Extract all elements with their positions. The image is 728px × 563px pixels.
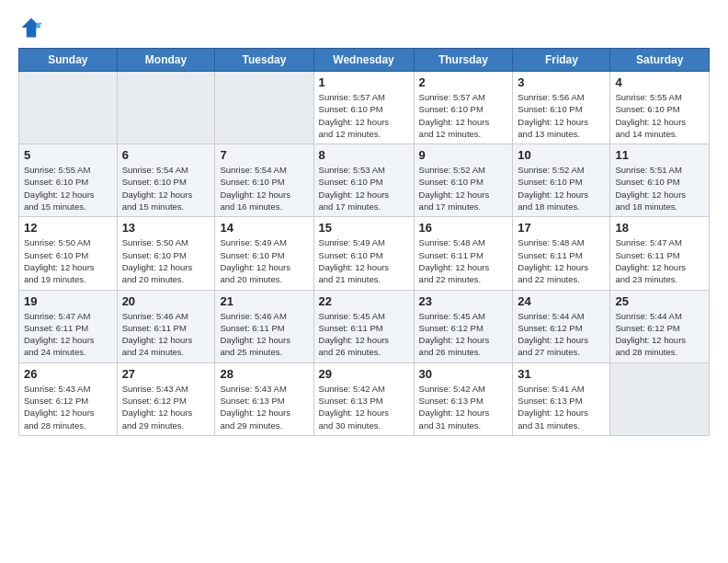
calendar-cell: 26Sunrise: 5:43 AM Sunset: 6:12 PM Dayli… — [19, 362, 118, 435]
calendar-row-5: 26Sunrise: 5:43 AM Sunset: 6:12 PM Dayli… — [19, 362, 710, 435]
weekday-header-saturday: Saturday — [610, 49, 710, 72]
weekday-header-row: SundayMondayTuesdayWednesdayThursdayFrid… — [19, 49, 710, 72]
day-number: 19 — [24, 294, 112, 308]
calendar-cell: 9Sunrise: 5:52 AM Sunset: 6:10 PM Daylig… — [414, 144, 513, 217]
day-info: Sunrise: 5:57 AM Sunset: 6:10 PM Dayligh… — [319, 91, 409, 140]
day-number: 14 — [220, 221, 308, 235]
day-number: 31 — [518, 367, 605, 381]
day-number: 17 — [518, 221, 605, 235]
page: SundayMondayTuesdayWednesdayThursdayFrid… — [0, 0, 728, 563]
day-info: Sunrise: 5:47 AM Sunset: 6:11 PM Dayligh… — [24, 310, 112, 359]
day-info: Sunrise: 5:46 AM Sunset: 6:11 PM Dayligh… — [122, 310, 210, 359]
calendar-cell: 23Sunrise: 5:45 AM Sunset: 6:12 PM Dayli… — [414, 290, 513, 362]
day-info: Sunrise: 5:43 AM Sunset: 6:12 PM Dayligh… — [122, 383, 210, 431]
day-number: 21 — [220, 294, 308, 308]
calendar-cell: 4Sunrise: 5:55 AM Sunset: 6:10 PM Daylig… — [610, 72, 710, 144]
day-number: 18 — [615, 221, 704, 235]
day-info: Sunrise: 5:55 AM Sunset: 6:10 PM Dayligh… — [24, 164, 112, 213]
day-info: Sunrise: 5:54 AM Sunset: 6:10 PM Dayligh… — [122, 164, 210, 213]
day-info: Sunrise: 5:57 AM Sunset: 6:10 PM Dayligh… — [419, 91, 508, 140]
weekday-header-wednesday: Wednesday — [313, 49, 414, 72]
day-info: Sunrise: 5:46 AM Sunset: 6:11 PM Dayligh… — [220, 310, 308, 359]
day-number: 28 — [220, 367, 308, 381]
calendar-cell — [215, 72, 313, 144]
day-number: 22 — [319, 294, 409, 308]
calendar-cell: 29Sunrise: 5:42 AM Sunset: 6:13 PM Dayli… — [313, 362, 414, 435]
calendar-cell: 20Sunrise: 5:46 AM Sunset: 6:11 PM Dayli… — [117, 290, 215, 362]
day-number: 12 — [24, 221, 112, 235]
calendar-cell: 6Sunrise: 5:54 AM Sunset: 6:10 PM Daylig… — [117, 144, 215, 217]
calendar-cell: 16Sunrise: 5:48 AM Sunset: 6:11 PM Dayli… — [414, 217, 513, 290]
day-number: 1 — [319, 75, 409, 89]
day-info: Sunrise: 5:48 AM Sunset: 6:11 PM Dayligh… — [419, 236, 508, 285]
calendar-cell: 1Sunrise: 5:57 AM Sunset: 6:10 PM Daylig… — [313, 72, 414, 144]
day-number: 24 — [518, 294, 605, 308]
calendar-row-4: 19Sunrise: 5:47 AM Sunset: 6:11 PM Dayli… — [19, 290, 710, 362]
day-number: 11 — [615, 148, 704, 162]
calendar-row-3: 12Sunrise: 5:50 AM Sunset: 6:10 PM Dayli… — [19, 217, 710, 290]
weekday-header-sunday: Sunday — [19, 49, 118, 72]
calendar-cell: 5Sunrise: 5:55 AM Sunset: 6:10 PM Daylig… — [19, 144, 118, 217]
day-number: 13 — [122, 221, 210, 235]
calendar-cell: 11Sunrise: 5:51 AM Sunset: 6:10 PM Dayli… — [610, 144, 710, 217]
day-number: 5 — [24, 148, 112, 162]
weekday-header-friday: Friday — [513, 49, 610, 72]
day-number: 26 — [24, 367, 112, 381]
day-info: Sunrise: 5:44 AM Sunset: 6:12 PM Dayligh… — [615, 310, 704, 359]
calendar-cell: 12Sunrise: 5:50 AM Sunset: 6:10 PM Dayli… — [19, 217, 118, 290]
calendar-cell — [117, 72, 215, 144]
day-number: 25 — [615, 294, 704, 308]
day-number: 10 — [518, 148, 605, 162]
day-number: 8 — [319, 148, 409, 162]
weekday-header-monday: Monday — [117, 49, 215, 72]
day-number: 20 — [122, 294, 210, 308]
calendar-cell: 22Sunrise: 5:45 AM Sunset: 6:11 PM Dayli… — [313, 290, 414, 362]
calendar-cell: 10Sunrise: 5:52 AM Sunset: 6:10 PM Dayli… — [513, 144, 610, 217]
calendar-cell: 17Sunrise: 5:48 AM Sunset: 6:11 PM Dayli… — [513, 217, 610, 290]
day-info: Sunrise: 5:53 AM Sunset: 6:10 PM Dayligh… — [319, 164, 409, 213]
calendar-cell: 14Sunrise: 5:49 AM Sunset: 6:10 PM Dayli… — [215, 217, 313, 290]
calendar-cell: 21Sunrise: 5:46 AM Sunset: 6:11 PM Dayli… — [215, 290, 313, 362]
calendar-cell: 7Sunrise: 5:54 AM Sunset: 6:10 PM Daylig… — [215, 144, 313, 217]
day-info: Sunrise: 5:49 AM Sunset: 6:10 PM Dayligh… — [319, 236, 409, 285]
calendar-cell: 2Sunrise: 5:57 AM Sunset: 6:10 PM Daylig… — [414, 72, 513, 144]
day-info: Sunrise: 5:48 AM Sunset: 6:11 PM Dayligh… — [518, 236, 605, 285]
day-info: Sunrise: 5:50 AM Sunset: 6:10 PM Dayligh… — [24, 236, 112, 285]
calendar-cell: 8Sunrise: 5:53 AM Sunset: 6:10 PM Daylig… — [313, 144, 414, 217]
day-info: Sunrise: 5:43 AM Sunset: 6:12 PM Dayligh… — [24, 383, 112, 431]
logo — [18, 15, 48, 40]
calendar-cell — [19, 72, 118, 144]
day-info: Sunrise: 5:55 AM Sunset: 6:10 PM Dayligh… — [615, 91, 704, 140]
calendar-cell: 30Sunrise: 5:42 AM Sunset: 6:13 PM Dayli… — [414, 362, 513, 435]
day-info: Sunrise: 5:44 AM Sunset: 6:12 PM Dayligh… — [518, 310, 605, 359]
day-number: 29 — [319, 367, 409, 381]
day-info: Sunrise: 5:56 AM Sunset: 6:10 PM Dayligh… — [518, 91, 605, 140]
day-number: 9 — [419, 148, 508, 162]
header — [18, 15, 710, 40]
calendar-row-2: 5Sunrise: 5:55 AM Sunset: 6:10 PM Daylig… — [19, 144, 710, 217]
weekday-header-tuesday: Tuesday — [215, 49, 313, 72]
calendar-cell: 24Sunrise: 5:44 AM Sunset: 6:12 PM Dayli… — [513, 290, 610, 362]
day-info: Sunrise: 5:43 AM Sunset: 6:13 PM Dayligh… — [220, 383, 308, 431]
calendar-cell: 15Sunrise: 5:49 AM Sunset: 6:10 PM Dayli… — [313, 217, 414, 290]
day-info: Sunrise: 5:41 AM Sunset: 6:13 PM Dayligh… — [518, 383, 605, 431]
calendar-cell: 13Sunrise: 5:50 AM Sunset: 6:10 PM Dayli… — [117, 217, 215, 290]
day-info: Sunrise: 5:50 AM Sunset: 6:10 PM Dayligh… — [122, 236, 210, 285]
day-info: Sunrise: 5:52 AM Sunset: 6:10 PM Dayligh… — [518, 164, 605, 213]
day-number: 16 — [419, 221, 508, 235]
weekday-header-thursday: Thursday — [414, 49, 513, 72]
logo-icon — [18, 15, 44, 40]
day-number: 6 — [122, 148, 210, 162]
day-number: 30 — [419, 367, 508, 381]
calendar-table: SundayMondayTuesdayWednesdayThursdayFrid… — [18, 48, 710, 436]
svg-marker-2 — [36, 23, 42, 29]
day-info: Sunrise: 5:49 AM Sunset: 6:10 PM Dayligh… — [220, 236, 308, 285]
calendar-cell — [610, 362, 710, 435]
calendar-cell: 25Sunrise: 5:44 AM Sunset: 6:12 PM Dayli… — [610, 290, 710, 362]
day-info: Sunrise: 5:54 AM Sunset: 6:10 PM Dayligh… — [220, 164, 308, 213]
day-number: 23 — [419, 294, 508, 308]
svg-marker-1 — [22, 18, 41, 38]
day-info: Sunrise: 5:42 AM Sunset: 6:13 PM Dayligh… — [419, 383, 508, 431]
day-number: 15 — [319, 221, 409, 235]
day-info: Sunrise: 5:45 AM Sunset: 6:12 PM Dayligh… — [419, 310, 508, 359]
